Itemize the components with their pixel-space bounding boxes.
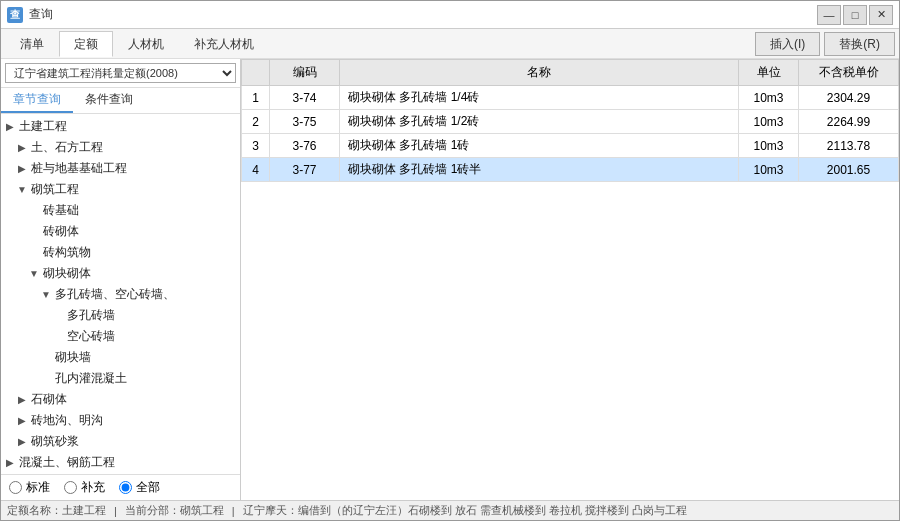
tree-label: 土建工程 [17,117,69,136]
cell-code: 3-74 [270,86,340,110]
tree-label: 砖基础 [41,201,81,220]
table-scroll[interactable]: 编码 名称 单位 不含税单价 13-74砌块砌体 多孔砖墙 1/4砖10m323… [241,59,899,500]
tree-label: 空心砖墙 [65,327,117,346]
tree-toggle: ▶ [15,163,29,174]
header-name: 名称 [340,60,739,86]
tree-label: 砌筑砂浆 [29,432,81,451]
tab-rencaiji[interactable]: 人材机 [113,31,179,57]
table-row[interactable]: 23-75砌块砌体 多孔砖墙 1/2砖10m32264.99 [242,110,899,134]
right-panel: 编码 名称 单位 不含税单价 13-74砌块砌体 多孔砖墙 1/4砖10m323… [241,59,899,500]
status-item-1: 定额名称：土建工程 [7,503,106,518]
insert-button[interactable]: 插入(I) [755,32,820,56]
radio-standard[interactable]: 标准 [9,479,50,496]
tree-item-t5[interactable]: 砖基础 [1,200,240,221]
tree-label: 混凝土、钢筋工程 [17,453,117,472]
tree-item-t6[interactable]: 砖砌体 [1,221,240,242]
tree-label: 桩与地基基础工程 [29,159,129,178]
tree-toggle: ▼ [39,289,53,300]
tree-label: 孔内灌混凝土 [53,369,129,388]
tree-item-t2[interactable]: ▶土、石方工程 [1,137,240,158]
quota-dropdown[interactable]: 辽宁省建筑工程消耗量定额(2008) [5,63,236,83]
radio-supplement[interactable]: 补充 [64,479,105,496]
cell-name: 砌块砌体 多孔砖墙 1砖半 [340,158,739,182]
tree-item-t17[interactable]: ▶混凝土、钢筋工程 [1,452,240,473]
action-buttons: 插入(I) 替换(R) [755,32,895,56]
title-bar: 查 查询 — □ ✕ [1,1,899,29]
cell-num: 3 [242,134,270,158]
replace-button[interactable]: 替换(R) [824,32,895,56]
tree-label: 多孔砖墙、空心砖墙、 [53,285,177,304]
cell-unit: 10m3 [739,158,799,182]
table-header: 编码 名称 单位 不含税单价 [242,60,899,86]
cell-price: 2113.78 [799,134,899,158]
search-tab-chapter[interactable]: 章节查询 [1,88,73,113]
tree-label: 砖构筑物 [41,243,93,262]
cell-unit: 10m3 [739,134,799,158]
close-button[interactable]: ✕ [869,5,893,25]
cell-name: 砌块砌体 多孔砖墙 1/4砖 [340,86,739,110]
dropdown-row: 辽宁省建筑工程消耗量定额(2008) [1,59,240,88]
data-table: 编码 名称 单位 不含税单价 13-74砌块砌体 多孔砖墙 1/4砖10m323… [241,59,899,182]
table-row[interactable]: 43-77砌块砌体 多孔砖墙 1砖半10m32001.65 [242,158,899,182]
window-title: 查询 [29,6,53,23]
cell-code: 3-75 [270,110,340,134]
tree-container[interactable]: ▶土建工程▶土、石方工程▶桩与地基基础工程▼砌筑工程 砖基础 砖砌体 砖构筑物▼… [1,114,240,474]
radio-all[interactable]: 全部 [119,479,160,496]
tree-item-t16[interactable]: ▶砌筑砂浆 [1,431,240,452]
maximize-button[interactable]: □ [843,5,867,25]
table-row[interactable]: 33-76砌块砌体 多孔砖墙 1砖10m32113.78 [242,134,899,158]
tree-item-t14[interactable]: ▶石砌体 [1,389,240,410]
title-bar-left: 查 查询 [7,6,53,23]
minimize-button[interactable]: — [817,5,841,25]
tree-label: 砖砌体 [41,222,81,241]
cell-price: 2001.65 [799,158,899,182]
cell-num: 1 [242,86,270,110]
tree-item-t4[interactable]: ▼砌筑工程 [1,179,240,200]
header-price: 不含税单价 [799,60,899,86]
tree-toggle: ▶ [15,142,29,153]
left-panel: 辽宁省建筑工程消耗量定额(2008) 章节查询 条件查询 ▶土建工程▶土、石方工… [1,59,241,500]
tree-item-t13[interactable]: 孔内灌混凝土 [1,368,240,389]
tree-toggle: ▶ [3,121,17,132]
tree-item-t15[interactable]: ▶砖地沟、明沟 [1,410,240,431]
header-code: 编码 [270,60,340,86]
tree-item-t12[interactable]: 砌块墙 [1,347,240,368]
tree-item-t9[interactable]: ▼多孔砖墙、空心砖墙、 [1,284,240,305]
tree-item-t3[interactable]: ▶桩与地基基础工程 [1,158,240,179]
tree-label: 砌块墙 [53,348,93,367]
tree-label: 砌块砌体 [41,264,93,283]
tab-dinge[interactable]: 定额 [59,31,113,57]
tab-buchong[interactable]: 补充人材机 [179,31,269,57]
cell-code: 3-77 [270,158,340,182]
tree-label: 多孔砖墙 [65,306,117,325]
search-tab-condition[interactable]: 条件查询 [73,88,145,113]
status-item-2: 当前分部：砌筑工程 [125,503,224,518]
tab-qingdan[interactable]: 清单 [5,31,59,57]
tree-toggle: ▶ [15,415,29,426]
tree-label: 石砌体 [29,390,69,409]
tree-item-t7[interactable]: 砖构筑物 [1,242,240,263]
tree-item-t1[interactable]: ▶土建工程 [1,116,240,137]
app-icon: 查 [7,7,23,23]
cell-price: 2264.99 [799,110,899,134]
main-window: 查 查询 — □ ✕ 清单 定额 人材机 补充人材机 插入(I) 替换(R) 辽… [0,0,900,521]
cell-unit: 10m3 [739,86,799,110]
cell-num: 4 [242,158,270,182]
window-controls: — □ ✕ [817,5,893,25]
tree-item-t11[interactable]: 空心砖墙 [1,326,240,347]
tree-item-t8[interactable]: ▼砌块砌体 [1,263,240,284]
tree-toggle: ▶ [15,394,29,405]
radio-group: 标准 补充 全部 [9,479,160,496]
table-row[interactable]: 13-74砌块砌体 多孔砖墙 1/4砖10m32304.29 [242,86,899,110]
tree-label: 土、石方工程 [29,138,105,157]
header-num [242,60,270,86]
tree-toggle: ▶ [3,457,17,468]
cell-price: 2304.29 [799,86,899,110]
tree-item-t10[interactable]: 多孔砖墙 [1,305,240,326]
cell-name: 砌块砌体 多孔砖墙 1砖 [340,134,739,158]
content-area: 辽宁省建筑工程消耗量定额(2008) 章节查询 条件查询 ▶土建工程▶土、石方工… [1,59,899,500]
bottom-panel: 标准 补充 全部 [1,474,240,500]
table-body: 13-74砌块砌体 多孔砖墙 1/4砖10m32304.2923-75砌块砌体 … [242,86,899,182]
menu-bar: 清单 定额 人材机 补充人材机 插入(I) 替换(R) [1,29,899,59]
tree-toggle: ▼ [15,184,29,195]
